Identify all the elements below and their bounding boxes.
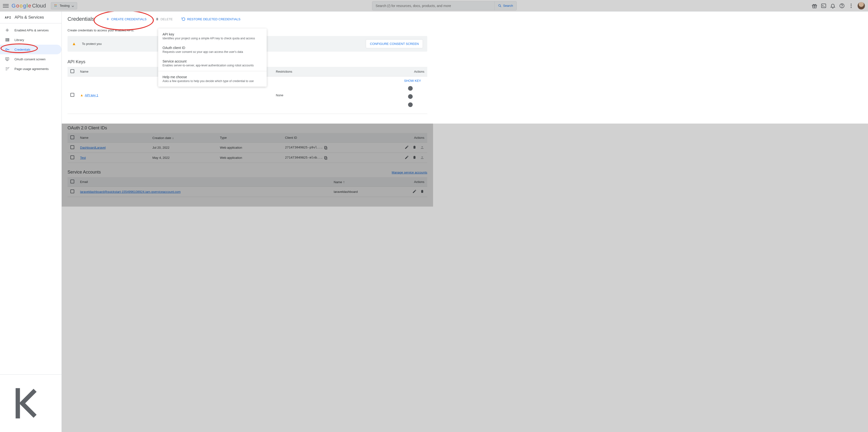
create-credentials-button[interactable]: CREATE CREDENTIALS <box>104 16 148 23</box>
oauth-client-link[interactable]: Test <box>80 156 86 160</box>
project-picker[interactable]: Testing <box>51 2 77 9</box>
col-actions: Actions <box>394 67 427 77</box>
sidebar-item-library[interactable]: Library <box>0 35 61 45</box>
help-icon[interactable] <box>839 3 845 9</box>
svg-rect-20 <box>9 38 9 41</box>
gift-icon[interactable] <box>812 3 817 9</box>
svg-point-34 <box>408 102 412 107</box>
svg-point-1 <box>56 4 56 5</box>
search-input[interactable] <box>372 1 494 10</box>
service-accounts-table: Email Name↑ Actions laraveldashboard@qui… <box>67 177 427 197</box>
edit-icon[interactable] <box>412 189 416 194</box>
edit-icon[interactable] <box>405 155 409 160</box>
row-checkbox[interactable] <box>70 155 74 159</box>
col-name[interactable]: Name <box>77 133 150 143</box>
svg-point-13 <box>850 4 851 5</box>
col-restrictions[interactable]: Restrictions <box>273 67 394 77</box>
menu-title: OAuth client ID <box>162 46 262 50</box>
download-icon[interactable] <box>420 145 424 149</box>
menu-subtitle: Requests user consent so your app can ac… <box>162 50 262 54</box>
svg-rect-19 <box>8 38 8 41</box>
create-credentials-menu: API key Identifies your project using a … <box>158 28 267 87</box>
menu-oauth-client[interactable]: OAuth client ID Requests user consent so… <box>158 43 267 56</box>
copy-icon[interactable] <box>323 156 328 160</box>
plus-icon <box>106 17 110 21</box>
checkbox-all[interactable] <box>70 135 74 139</box>
search-icon <box>498 4 502 8</box>
svg-rect-38 <box>324 156 327 159</box>
svg-point-14 <box>850 5 851 6</box>
delete-button[interactable]: DELETE <box>153 16 175 23</box>
sidebar-title: APIs & Services <box>14 15 44 20</box>
api-key-link[interactable]: API key 1 <box>85 93 98 97</box>
col-actions: Actions <box>394 133 427 143</box>
copy-icon[interactable] <box>323 146 328 150</box>
page-title: Credentials <box>67 16 94 22</box>
menu-service-account[interactable]: Service account Enables server-to-server… <box>158 56 267 70</box>
svg-point-3 <box>56 5 56 6</box>
more-vert-icon[interactable] <box>848 3 854 9</box>
trash-icon <box>155 17 159 21</box>
search-button[interactable]: Search <box>494 1 517 10</box>
manage-service-accounts-link[interactable]: Manage service accounts <box>392 171 427 174</box>
sidebar-item-enabled-apis[interactable]: Enabled APIs & services <box>0 25 61 35</box>
col-creation[interactable]: Creation date <box>152 136 171 140</box>
sort-down-icon[interactable]: ↓ <box>172 136 174 140</box>
library-icon <box>5 37 10 42</box>
col-type[interactable]: Type <box>217 133 282 143</box>
notifications-icon[interactable] <box>830 3 836 9</box>
menu-api-key[interactable]: API key Identifies your project using a … <box>158 29 267 43</box>
svg-point-0 <box>55 4 55 5</box>
table-row: laraveldashboard@quickstart-155499610892… <box>67 187 427 197</box>
key-icon <box>5 47 10 52</box>
client-id: 271473049825-p9vl... <box>285 146 323 149</box>
menu-help-choose[interactable]: Help me choose Asks a few questions to h… <box>158 72 267 86</box>
row-checkbox[interactable] <box>70 145 74 149</box>
trash-icon[interactable] <box>412 145 416 149</box>
col-name[interactable]: Name <box>334 180 342 184</box>
sidebar-item-page-usage[interactable]: Page usage agreements <box>0 64 61 74</box>
google-cloud-logo[interactable]: Google Cloud <box>11 3 46 9</box>
checkbox-all[interactable] <box>70 179 74 183</box>
edit-icon[interactable] <box>405 145 409 149</box>
sidebar-item-credentials[interactable]: Credentials <box>0 45 61 54</box>
menu-title: Help me choose <box>162 75 262 79</box>
row-checkbox[interactable] <box>70 190 74 193</box>
restore-deleted-button[interactable]: RESTORE DELETED CREDENTIALS <box>179 16 242 23</box>
menu-divider <box>158 71 267 71</box>
collapse-icon[interactable] <box>5 427 57 430</box>
download-icon[interactable] <box>420 155 424 160</box>
project-name: Testing <box>60 4 70 7</box>
cloud-shell-icon[interactable] <box>821 3 827 9</box>
svg-rect-36 <box>324 146 327 149</box>
row-checkbox[interactable] <box>70 93 74 97</box>
restore-label: RESTORE DELETED CREDENTIALS <box>187 18 240 21</box>
configure-consent-button[interactable]: CONFIGURE CONSENT SCREEN <box>366 39 423 48</box>
more-vert-icon[interactable] <box>396 108 424 111</box>
sidebar-item-oauth-consent[interactable]: OAuth consent screen <box>0 54 61 64</box>
restore-icon <box>181 17 186 21</box>
col-email[interactable]: Email <box>77 177 331 187</box>
svg-point-32 <box>408 86 412 91</box>
table-row: DashboardLaravel Jul 20, 2022 Web applic… <box>67 143 427 153</box>
sidebar-label: Library <box>14 38 24 42</box>
trash-icon[interactable] <box>420 189 424 194</box>
sidebar-label: Enabled APIs & services <box>14 28 49 32</box>
checkbox-all[interactable] <box>70 69 74 73</box>
col-clientid[interactable]: Client ID <box>282 133 394 143</box>
sort-up-icon[interactable]: ↑ <box>343 180 345 184</box>
client-type: Web application <box>217 153 282 163</box>
service-account-link[interactable]: laraveldashboard@quickstart-155499610892… <box>80 190 181 194</box>
oauth-title: OAuth 2.0 Client IDs <box>67 125 107 131</box>
trash-icon[interactable] <box>412 155 416 160</box>
show-key-button[interactable]: SHOW KEY <box>404 79 421 83</box>
user-avatar[interactable] <box>858 2 865 10</box>
oauth-client-link[interactable]: DashboardLaravel <box>80 146 105 149</box>
menu-icon[interactable] <box>3 3 9 9</box>
svg-rect-25 <box>7 60 8 61</box>
sidebar-label: OAuth consent screen <box>14 57 45 61</box>
creation-date: May 4, 2022 <box>150 153 217 163</box>
svg-point-33 <box>408 94 412 99</box>
svg-rect-35 <box>325 147 327 149</box>
svg-rect-17 <box>5 38 6 41</box>
